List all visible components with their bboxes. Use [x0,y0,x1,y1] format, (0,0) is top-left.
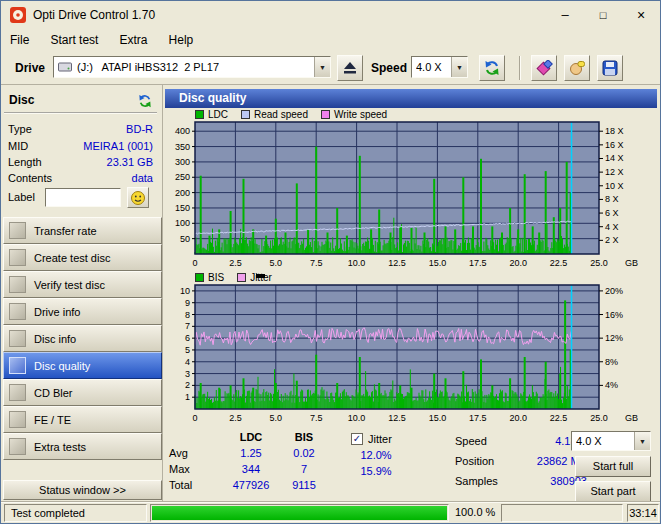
svg-text:4 X: 4 X [605,222,619,232]
disc-info-contents: Contentsdata [8,172,153,187]
disc-panel-header: Disc [4,90,157,114]
svg-text:7.5: 7.5 [310,413,323,423]
disc-quality-icon [9,357,26,374]
close-button[interactable]: × [622,1,660,29]
results-table: LDC BIS Avg 1.25 0.02 Max 344 7 Total 47… [169,431,327,495]
sidebar: Disc TypeBD-R MIDMEIRA1 (001) Length23.3… [1,85,163,501]
sidebar-item-disc-info[interactable]: Disc info [3,325,162,352]
position-stat-label: Position [455,455,513,475]
svg-text:4%: 4% [605,380,618,390]
svg-text:12.5: 12.5 [388,413,406,423]
status-text: Test completed [4,504,147,522]
legend-item: LDC [195,109,228,120]
status-window-button[interactable]: Status window >> [3,480,162,500]
avg-ldc-value: 1.25 [221,447,281,463]
refresh-icon [138,94,152,108]
jitter-checkbox[interactable]: ✓ [351,433,363,445]
svg-text:100: 100 [175,218,190,228]
svg-text:20.0: 20.0 [509,258,527,268]
svg-text:12%: 12% [605,333,623,343]
sidebar-item-create-test-disc[interactable]: Create test disc [3,244,162,271]
disc-label-button[interactable] [127,187,149,208]
menu-extra[interactable]: Extra [111,29,157,51]
chevron-down-icon[interactable]: ▼ [451,57,467,77]
disc-refresh-button[interactable] [135,91,155,111]
save-button[interactable] [597,55,623,81]
sidebar-item-verify-test-disc[interactable]: Verify test disc [3,271,162,298]
svg-text:2 X: 2 X [605,235,619,245]
max-bis-value: 7 [281,463,327,479]
avg-bis-value: 0.02 [281,447,327,463]
svg-text:18 X: 18 X [605,126,624,136]
transfer-rate-icon [9,222,26,239]
svg-text:8%: 8% [605,357,618,367]
test-speed-select[interactable]: 4.0 X ▼ [571,431,651,451]
title-bar[interactable]: Opti Drive Control 1.70 – □ × [1,1,660,29]
menu-help[interactable]: Help [160,29,203,51]
svg-text:9: 9 [185,298,190,308]
svg-text:200: 200 [175,188,190,198]
legend-item: Jitter [237,272,272,283]
drive-stats: Speed 4.18 X Position 23862 MB Samples 3… [455,435,587,495]
ldc-read-speed-chart: 4003503002502001501005018 X16 X14 X12 X1… [165,120,659,270]
sidebar-item-transfer-rate[interactable]: Transfer rate [3,217,162,244]
svg-text:4: 4 [185,357,190,367]
start-part-button[interactable]: Start part [575,481,651,502]
svg-text:GB: GB [625,258,638,268]
svg-text:22.5: 22.5 [550,258,568,268]
maximize-button[interactable]: □ [584,1,622,29]
legend-item: Read speed [241,109,308,120]
legend-item: Write speed [321,109,387,120]
jitter-checkbox-row: ✓ Jitter [351,433,392,445]
burn-icon [568,60,586,76]
svg-text:6 X: 6 X [605,208,619,218]
svg-text:10.0: 10.0 [348,413,366,423]
main-panel: Disc quality LDCRead speedWrite speed 40… [163,85,660,501]
results-panel: LDC BIS Avg 1.25 0.02 Max 344 7 Total 47… [163,427,660,501]
menu-start-test[interactable]: Start test [41,29,107,51]
svg-text:400: 400 [175,126,190,136]
drive-info-icon [9,303,26,320]
sidebar-item-disc-quality[interactable]: Disc quality [3,352,162,379]
fe-te-icon [9,411,26,428]
sidebar-item-cd-bler[interactable]: CD Bler [3,379,162,406]
svg-text:12.5: 12.5 [388,258,406,268]
menu-bar: File Start test Extra Help [1,29,660,51]
menu-file[interactable]: File [1,29,38,51]
svg-text:8: 8 [185,310,190,320]
minimize-button[interactable]: – [546,1,584,29]
speed-label: Speed [371,61,407,75]
sidebar-item-drive-info[interactable]: Drive info [3,298,162,325]
svg-text:17.5: 17.5 [469,258,487,268]
chevron-down-icon[interactable]: ▼ [634,432,650,450]
top-chart-legend: LDCRead speedWrite speed [195,108,387,120]
svg-text:5: 5 [185,345,190,355]
svg-text:5.0: 5.0 [270,258,283,268]
disc-label-input[interactable] [45,188,121,207]
burn-button[interactable] [564,55,590,81]
row-label-avg: Avg [169,447,221,463]
start-full-button[interactable]: Start full [575,456,651,477]
progress-bar [150,504,449,522]
chevron-down-icon[interactable]: ▼ [314,57,330,77]
svg-text:6: 6 [185,333,190,343]
svg-text:0: 0 [192,258,197,268]
refresh-icon [484,60,500,76]
smiley-icon [130,190,146,206]
svg-text:3: 3 [185,369,190,379]
svg-text:2: 2 [185,380,190,390]
sidebar-item-extra-tests[interactable]: Extra tests [3,433,162,460]
row-label-total: Total [169,479,221,495]
svg-text:25.0: 25.0 [590,413,608,423]
svg-text:8 X: 8 X [605,194,619,204]
svg-text:15.0: 15.0 [429,258,447,268]
refresh-button[interactable] [479,55,505,81]
speed-select[interactable]: 4.0 X ▼ [411,56,468,78]
svg-text:10.0: 10.0 [348,258,366,268]
legend-item: BIS [195,272,224,283]
eject-button[interactable] [337,55,363,81]
erase-disc-button[interactable] [531,55,557,81]
drive-select[interactable]: (J:) ATAPI iHBS312 2 PL17 ▼ [53,56,331,78]
sidebar-item-fe-te[interactable]: FE / TE [3,406,162,433]
window-title: Opti Drive Control 1.70 [33,8,155,22]
